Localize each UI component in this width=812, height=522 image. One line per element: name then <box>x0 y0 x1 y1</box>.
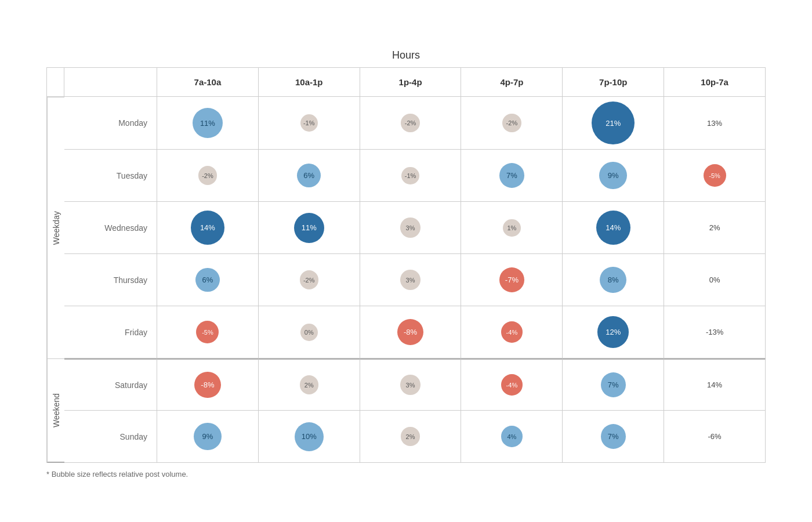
bubble-0-3-0: 6% <box>195 268 219 292</box>
bubble-cell-0-1-2: -1% <box>360 150 462 202</box>
bubble-0-0-1: -1% <box>300 114 318 132</box>
bubble-0-0-3: -2% <box>502 114 521 132</box>
bubble-cell-1-1-5: -6% <box>664 411 766 463</box>
header-col-4: 7p-10p <box>563 68 664 97</box>
header-col-3: 4p-7p <box>461 68 563 97</box>
header-col-2: 1p-4p <box>360 68 462 97</box>
bubble-1-1-3: 4% <box>501 426 523 447</box>
bubble-cell-0-2-1: 11% <box>259 202 360 254</box>
corner-day-cell <box>64 68 157 97</box>
bubble-0-1-2: -1% <box>401 167 419 184</box>
bubble-0-1-3: 7% <box>499 163 524 188</box>
chart-title: Hours <box>46 49 766 61</box>
bubble-cell-0-3-4: 8% <box>563 254 664 306</box>
bubble-0-4-3: -4% <box>501 321 523 343</box>
bubble-cell-0-1-4: 9% <box>563 150 664 202</box>
bubble-1-0-1: 2% <box>300 375 318 394</box>
bubble-cell-1-0-4: 7% <box>563 358 664 411</box>
bubble-0-1-1: 6% <box>297 164 321 187</box>
cell-text-1-1-5: -6% <box>708 432 722 441</box>
cell-text-0-2-5: 2% <box>709 223 720 232</box>
corner-group-cell <box>47 68 64 97</box>
bubble-0-2-2: 3% <box>400 217 420 238</box>
header-col-0: 7a-10a <box>157 68 259 97</box>
bubble-0-2-1: 11% <box>294 213 324 243</box>
bubble-1-1-0: 9% <box>194 423 222 451</box>
bubble-1-1-4: 7% <box>601 424 626 449</box>
bubble-cell-0-2-0: 14% <box>157 202 259 254</box>
bubble-cell-0-0-0: 11% <box>157 97 259 150</box>
bubble-cell-0-1-0: -2% <box>157 150 259 202</box>
bubble-cell-0-3-1: -2% <box>259 254 360 306</box>
bubble-0-4-2: -8% <box>397 319 424 346</box>
bubble-cell-0-4-1: 0% <box>259 306 360 358</box>
bubble-cell-0-0-1: -1% <box>259 97 360 150</box>
bubble-cell-0-4-3: -4% <box>461 306 563 358</box>
bubble-cell-1-0-5: 14% <box>664 358 766 411</box>
bubble-cell-0-0-4: 21% <box>563 97 664 150</box>
bubble-cell-1-0-0: -8% <box>157 358 259 411</box>
bubble-cell-1-0-1: 2% <box>259 358 360 411</box>
bubble-cell-0-1-1: 6% <box>259 150 360 202</box>
day-label-0-3: Thursday <box>64 254 157 306</box>
bubble-1-0-3: -4% <box>501 374 523 396</box>
day-label-0-0: Monday <box>64 97 157 150</box>
bubble-cell-0-2-4: 14% <box>563 202 664 254</box>
bubble-0-0-4: 21% <box>592 102 635 144</box>
bubble-cell-0-4-5: -13% <box>664 306 766 358</box>
bubble-cell-1-1-3: 4% <box>461 411 563 463</box>
bubble-0-3-4: 8% <box>600 267 626 293</box>
cell-text-0-4-5: -13% <box>706 328 723 336</box>
bubble-0-1-0: -2% <box>198 166 217 184</box>
group-label-0: Weekday <box>47 97 64 358</box>
bubble-0-2-3: 1% <box>503 219 520 237</box>
day-label-1-0: Saturday <box>64 358 157 411</box>
bubble-cell-0-3-5: 0% <box>664 254 766 306</box>
bubble-0-2-4: 14% <box>596 211 630 245</box>
bubble-cell-1-1-1: 10% <box>259 411 360 463</box>
bubble-cell-0-3-0: 6% <box>157 254 259 306</box>
bubble-0-1-5: -5% <box>704 164 726 187</box>
day-label-0-1: Tuesday <box>64 150 157 202</box>
bubble-cell-0-2-5: 2% <box>664 202 766 254</box>
bubble-0-4-0: -5% <box>196 321 219 343</box>
bubble-cell-0-0-2: -2% <box>360 97 462 150</box>
bubble-cell-0-1-5: -5% <box>664 150 766 202</box>
bubble-0-2-0: 14% <box>191 211 225 245</box>
day-label-0-2: Wednesday <box>64 202 157 254</box>
bubble-cell-0-2-2: 3% <box>360 202 462 254</box>
footnote: * Bubble size reflects relative post vol… <box>46 470 766 478</box>
bubble-cell-1-1-0: 9% <box>157 411 259 463</box>
bubble-cell-0-0-5: 13% <box>664 97 766 150</box>
bubble-0-4-1: 0% <box>300 324 318 341</box>
cell-text-0-0-5: 13% <box>707 119 722 128</box>
bubble-0-1-4: 9% <box>599 162 627 190</box>
bubble-cell-0-4-2: -8% <box>360 306 462 358</box>
cell-text-0-3-5: 0% <box>709 276 720 284</box>
day-label-1-1: Sunday <box>64 411 157 463</box>
cell-text-1-0-5: 14% <box>707 380 722 389</box>
bubble-cell-0-0-3: -2% <box>461 97 563 150</box>
bubble-1-0-0: -8% <box>194 372 221 398</box>
bubble-cell-0-4-0: -5% <box>157 306 259 358</box>
bubble-0-3-2: 3% <box>400 270 420 290</box>
group-label-1: Weekend <box>47 358 64 463</box>
bubble-cell-1-1-4: 7% <box>563 411 664 463</box>
bubble-cell-0-2-3: 1% <box>461 202 563 254</box>
bubble-cell-1-0-3: -4% <box>461 358 563 411</box>
bubble-0-3-3: -7% <box>499 267 524 292</box>
bubble-0-0-0: 11% <box>193 108 223 138</box>
bubble-0-0-2: -2% <box>401 114 419 132</box>
bubble-cell-0-1-3: 7% <box>461 150 563 202</box>
bubble-cell-0-3-2: 3% <box>360 254 462 306</box>
bubble-0-4-4: 12% <box>597 316 629 347</box>
chart-container: Hours 7a-10a10a-1p1p-4p4p-7p7p-10p10p-7a… <box>23 32 789 490</box>
header-col-1: 10a-1p <box>259 68 360 97</box>
bubble-0-3-1: -2% <box>300 270 318 289</box>
bubble-1-1-2: 2% <box>401 427 419 445</box>
bubble-1-1-1: 10% <box>295 422 324 451</box>
bubble-cell-1-1-2: 2% <box>360 411 462 463</box>
day-label-0-4: Friday <box>64 306 157 358</box>
header-col-5: 10p-7a <box>664 68 766 97</box>
bubble-cell-0-3-3: -7% <box>461 254 563 306</box>
